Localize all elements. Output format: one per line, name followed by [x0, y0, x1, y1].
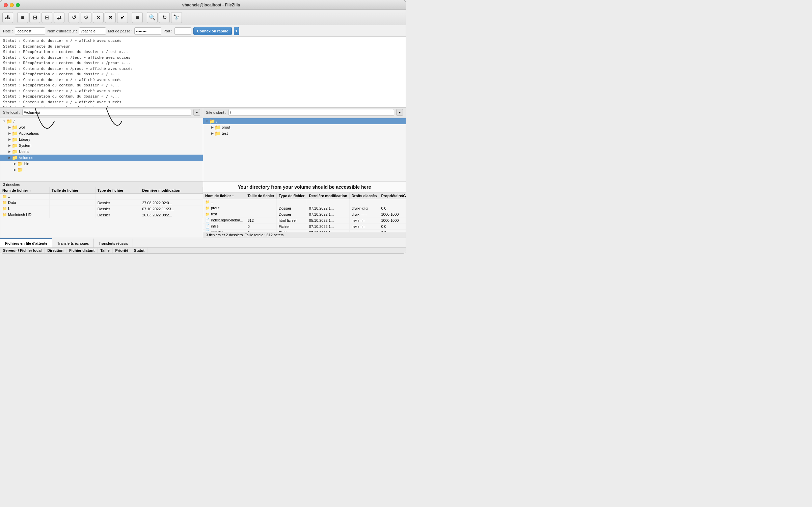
tree-arrow-icon: ▶	[7, 138, 12, 141]
folder-icon: 📁	[12, 125, 18, 130]
remote-path-input[interactable]	[228, 109, 394, 116]
cancel-button[interactable]: ✕	[93, 12, 104, 23]
file-type-cell: html-fichier	[276, 217, 307, 223]
local-status: 3 dossiers	[0, 182, 203, 187]
port-input[interactable]	[174, 27, 191, 35]
remote-tree-item[interactable]: ▶📁test	[203, 130, 406, 136]
queue-column-header: Direction	[45, 248, 66, 253]
local-tree-item[interactable]: ▶📁...	[0, 167, 203, 173]
file-modified-cell: 05.10.2022 1...	[307, 217, 349, 223]
local-tree-item[interactable]: ▾📁/	[0, 118, 203, 124]
close-button[interactable]	[4, 3, 8, 7]
tree-item-name: ...	[24, 168, 27, 172]
toggle-remote-tree-button[interactable]: ⊟	[42, 12, 52, 23]
file-owner-cell: 1000 1000	[379, 217, 406, 223]
log-line: Statut : Récupération du contenu du doss…	[3, 83, 403, 88]
tree-arrow-icon: ▶	[7, 156, 12, 159]
file-type-cell: Dossier	[95, 200, 140, 206]
tree-item-name: bin	[24, 162, 29, 166]
queue-tab[interactable]: Fichiers en file d'attente	[0, 238, 52, 247]
tree-arrow-icon: ▶	[7, 144, 12, 147]
table-row[interactable]: 📁 Data Dossier 27.08.2022 02:0...	[0, 200, 203, 206]
remote-col-modified: Dernière modification	[307, 193, 349, 199]
remote-tree-item[interactable]: ▾📁/	[203, 118, 406, 124]
file-icon: 📁	[2, 213, 7, 217]
folder-icon: 📁	[17, 167, 23, 172]
table-row[interactable]: 📁 prout Dossier 07.10.2022 1... drwxr-xr…	[203, 205, 406, 211]
remote-tree-item[interactable]: ▶📁prout	[203, 124, 406, 130]
file-perms-cell: drwx------	[349, 211, 379, 217]
local-tree-item[interactable]: ▶📁.vol	[0, 124, 203, 130]
queue-tab[interactable]: Transferts réussis	[94, 238, 133, 247]
process-queue-button[interactable]: ⚙	[81, 12, 91, 23]
password-input[interactable]	[134, 27, 161, 35]
find-files-button[interactable]: 🔭	[171, 12, 182, 23]
table-row[interactable]: 📄 infile 0 Fichier 07.10.2022 1... -rw-r…	[203, 223, 406, 230]
site-manager-button[interactable]: 🖧	[2, 12, 13, 23]
local-tree-item[interactable]: ▶📁Library	[0, 136, 203, 142]
file-icon: 📁	[2, 201, 7, 205]
file-size-cell	[245, 205, 276, 211]
table-row[interactable]: 📄 marche 0 Fichier 07.10.2022 1... -rw-r…	[203, 230, 406, 232]
main-window: vbachele@localhost - FileZilla 🖧 ≡ ⊞ ⊟ ⇄…	[0, 0, 406, 254]
file-modified-cell: 07.10.2022 1...	[307, 223, 349, 230]
queue-tabs: Fichiers en file d'attenteTransferts éch…	[0, 238, 406, 247]
log-line: Statut : Contenu du dossier « / » affich…	[3, 100, 403, 105]
toggle-local-tree-button[interactable]: ⊞	[29, 12, 40, 23]
table-row[interactable]: 📁 Macintosh HD Dossier 26.03.2022 08:2..…	[0, 212, 203, 218]
remote-path-dropdown[interactable]: ▾	[396, 109, 403, 116]
table-row[interactable]: 📁 ..	[0, 194, 203, 200]
file-name-cell: 📄 infile	[203, 223, 245, 230]
file-name-cell: 📄 marche	[203, 230, 245, 232]
local-tree-item[interactable]: ▶📁Users	[0, 149, 203, 155]
file-size-cell	[245, 211, 276, 217]
host-input[interactable]	[15, 27, 45, 35]
folder-icon: 📁	[12, 149, 18, 154]
local-path-input[interactable]	[22, 109, 191, 116]
toolbar: 🖧 ≡ ⊞ ⊟ ⇄ ↺ ⚙ ✕ ✖ ✔ ≡ 🔍 ↻ 🔭	[0, 10, 406, 25]
username-input[interactable]	[79, 27, 106, 35]
connect-button[interactable]: Connexion rapide	[193, 27, 232, 35]
remote-panel-header: Site distant : ▾	[203, 108, 406, 117]
file-owner-cell: 0 0	[379, 230, 406, 232]
local-tree-item[interactable]: ▶📁bin	[0, 161, 203, 167]
transfer-queue-button[interactable]: ⇄	[54, 12, 64, 23]
maximize-button[interactable]	[16, 3, 20, 7]
host-label: Hôte :	[3, 29, 13, 33]
tree-arrow-icon: ▶	[7, 126, 12, 129]
tree-item-name: Applications	[19, 131, 39, 135]
remote-tree: ▾📁/▶📁prout▶📁test	[203, 117, 406, 182]
tree-arrow-icon: ▶	[210, 126, 215, 129]
local-tree-item[interactable]: ▶📁Volumes	[0, 155, 203, 161]
file-modified-cell: 07.10.2022 1...	[307, 211, 349, 217]
remote-col-owner: Propriétaire/Gro...	[379, 193, 406, 199]
queue-column-header: Priorité	[113, 248, 132, 253]
connect-dropdown-button[interactable]: ▾	[234, 27, 239, 35]
reconnect-button[interactable]: ≡	[132, 12, 143, 23]
table-row[interactable]: 📁 ..	[203, 199, 406, 205]
toggle-msg-log-button[interactable]: ≡	[17, 12, 28, 23]
disconnect-button[interactable]: ✔	[117, 12, 128, 23]
folder-icon: 📁	[12, 137, 18, 142]
local-tree-item[interactable]: ▶📁Applications	[0, 130, 203, 136]
local-tree-item[interactable]: ▶📁System	[0, 142, 203, 149]
file-perms-cell: -rw-r--r--	[349, 230, 379, 232]
table-row[interactable]: 📁 test Dossier 07.10.2022 1... drwx-----…	[203, 211, 406, 217]
minimize-button[interactable]	[10, 3, 14, 7]
remote-panel-body: ▾📁/▶📁prout▶📁test Your directory from you…	[203, 117, 406, 238]
cancel-all-button[interactable]: ✖	[105, 12, 116, 23]
file-icon: 📁	[205, 206, 210, 210]
refresh-button[interactable]: ↺	[69, 12, 79, 23]
table-row[interactable]: 📄 index.nginx-debia... 612 html-fichier …	[203, 217, 406, 223]
queue-tab[interactable]: Transferts échoués	[52, 238, 94, 247]
file-owner-cell: 0 0	[379, 205, 406, 211]
folder-icon: 📁	[215, 125, 220, 130]
table-row[interactable]: 📁 L Dossier 07.10.2022 11:23...	[0, 206, 203, 212]
directory-annotation: Your directory from your volume should b…	[203, 182, 406, 193]
log-line: Statut : Récupération du contenu du doss…	[3, 94, 403, 100]
local-path-dropdown[interactable]: ▾	[193, 109, 200, 116]
keep-alive-button[interactable]: ↻	[159, 12, 170, 23]
search-button[interactable]: 🔍	[147, 12, 158, 23]
log-line: Statut : Récupération du contenu du doss…	[3, 49, 403, 55]
tree-arrow-icon: ▾	[2, 119, 6, 123]
